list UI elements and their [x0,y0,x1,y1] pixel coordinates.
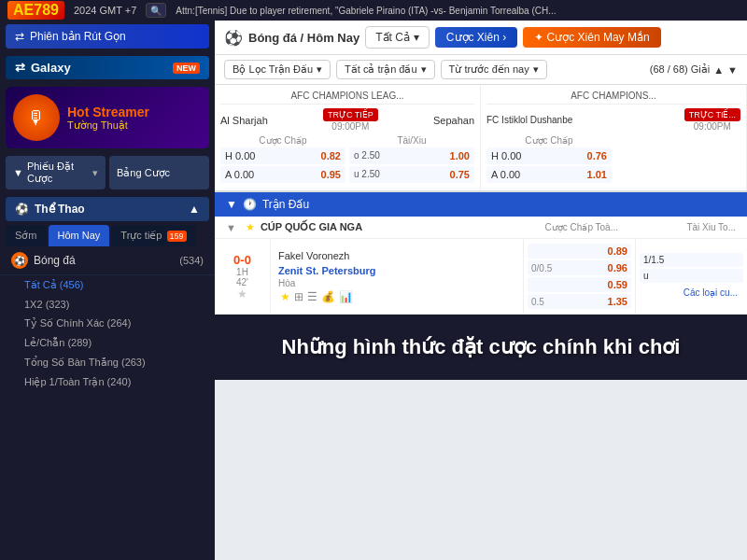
tat-ca-tran-dau-dropdown[interactable]: Tất cả trận đầu ▾ [336,60,435,79]
giai-count-nav: (68 / 68) Giải ▲ ▼ [650,63,738,76]
tab-hom-nay[interactable]: Hôm Nay [49,225,110,246]
card-0-tai-row-1[interactable]: u 2.50 0.75 [349,166,474,183]
sub-tong-so-label: Tổng Số Bàn Thắng [24,357,119,368]
card-1-chap-side-0: H 0.00 [491,150,521,161]
odds-price-1: 0.96 [608,262,627,273]
refresh-icon: ⇄ [15,30,24,43]
tran-dau-label: Trận Đấu [262,198,309,211]
chevron-down-icon: ▾ [92,167,98,179]
chart-action-icon[interactable]: 📊 [339,290,353,303]
live-count-badge: 159 [167,231,187,242]
logo[interactable]: AE789 [7,1,64,20]
cac-loai-link[interactable]: Các loại cu... [680,286,741,300]
down-icon[interactable]: ▼ [727,64,738,76]
clock-icon: 🕐 [243,198,257,211]
odds-handicap-3: 0.5 [531,297,544,307]
search-box[interactable]: 🔍 [146,3,166,18]
card-1-chap-row-1[interactable]: A 0.00 1.01 [486,166,612,183]
bang-cuoc-button[interactable]: Bảng Cược [109,156,209,189]
card-1-live: TRỰC TIẾ... 09:00PM [684,108,740,132]
tab-truc-tiep-label: Trực tiếp [120,230,162,241]
card-0-chap-row-1[interactable]: A 0.00 0.95 [220,166,345,183]
coin-action-icon[interactable]: 💰 [321,290,335,303]
cuoc-xien-label: Cược Xiên [446,31,500,44]
grid-action-icon[interactable]: ⊞ [294,290,303,303]
tai-row-1[interactable]: u [640,269,743,283]
content-area: ⚽ Bóng đá / Hôm Nay Tất Cả ▾ Cược Xiên ›… [215,21,747,560]
odds-price-3: 1.35 [608,296,627,307]
tab-truc-tiep[interactable]: Trực tiếp 159 [111,225,195,246]
match-actions: ★ ⊞ ☰ 💰 📊 [278,288,515,305]
tab-hom-nay-label: Hôm Nay [58,230,101,241]
phien-ban-button[interactable]: ⇄ Phiên bản Rút Gọn [6,24,209,49]
sub-item-1x2[interactable]: 1X2 (323) [13,295,215,314]
card-0-tai-val-0: 1.00 [450,150,470,161]
cup-star-icon[interactable]: ★ [246,221,255,233]
match-time: 1H [236,267,248,277]
tran-dau-header[interactable]: ▼ 🕐 Trận Đấu [215,192,747,217]
phien-ban-label: Phiên bản Rút Gọn [30,30,126,43]
sub-item-ty-so[interactable]: Tỷ Số Chính Xác (264) [13,314,215,333]
card-1-chap-row-0[interactable]: H 0.00 0.76 [486,147,612,164]
phieu-dat-cuoc-button[interactable]: ▼ Phiếu Đặt Cược ▾ [6,156,106,189]
star-action-icon[interactable]: ★ [280,290,290,303]
chevron-up-icon: ▲ [189,203,200,216]
sub-item-tong-so[interactable]: Tổng Số Bàn Thắng (263) [13,353,215,372]
sidebar-item-bong-da[interactable]: ⚽ Bóng đá (534) [0,246,215,275]
tat-ca-dropdown[interactable]: Tất Cả ▾ [365,26,430,49]
soccer-sidebar-icon: ⚽ [15,203,29,216]
sub-item-le-chan[interactable]: Lẻ/Chẵn (289) [13,333,215,353]
hot-banner-image: 🎙 [13,94,60,141]
the-thao-section[interactable]: ⚽ Thể Thao ▲ [6,197,209,221]
bo-loc-tran-dau-dropdown[interactable]: Bộ Lọc Trận Đấu ▾ [224,60,331,79]
cuoc-may-man-button[interactable]: ✦ Cược Xiên May Mắn [523,27,660,48]
card-0-tai-xiu-label: Tài/Xiu [349,135,474,146]
sub-tat-ca-count: (456) [60,279,84,290]
galaxy-bar[interactable]: ⇄ Galaxy NEW [6,56,209,79]
tran-dau-chevron-icon: ▼ [226,198,237,211]
tab-som[interactable]: Sớm [6,225,47,246]
bet-row: ▼ Phiếu Đặt Cược ▾ Bảng Cược [6,156,209,189]
team1-name: Fakel Voronezh [278,248,515,263]
card-1-cuoc-chap: Cược Chấp H 0.00 0.76 A 0.00 1.01 [486,135,612,185]
card-1-odds: Cược Chấp H 0.00 0.76 A 0.00 1.01 [486,135,740,185]
match-score: 0-0 [233,253,251,267]
cup-chevron-icon[interactable]: ▼ [226,222,236,233]
sub-tong-so-count: (263) [121,357,146,368]
card-0-live: TRỰC TIẾP 09:00PM [323,108,378,132]
tu-truoc-den-nay-dropdown[interactable]: Từ trước đến nay ▾ [441,60,547,79]
card-0-tai-row-0[interactable]: o 2.50 1.00 [349,147,474,164]
cup-name-label: CÚP QUỐC GIA NGA [261,221,500,233]
sidebar: ⇄ Phiên bản Rút Gọn ⇄ Galaxy NEW 🎙 Hot S… [0,21,215,560]
match-odds-col: 0.89 0/0.5 0.96 0.59 0.5 1.35 [523,239,635,314]
tai-label-1: u [643,271,649,281]
card-1-chap-num-1: 1.01 [587,169,607,180]
cac-loai-row: Các loại cu... [640,284,743,301]
sub-hiep1-count: (240) [107,376,132,387]
odds-row-1[interactable]: 0/0.5 0.96 [528,260,631,275]
card-0-chap-row-0[interactable]: H 0.00 0.82 [220,147,345,164]
bet-icon: ▼ [13,167,23,178]
up-icon[interactable]: ▲ [713,64,724,76]
tuong-thuat-label: Tường Thuật [67,119,149,132]
main-layout: ⇄ Phiên bản Rút Gọn ⇄ Galaxy NEW 🎙 Hot S… [0,21,747,560]
tat-ca-label: Tất Cả [375,31,410,44]
odds-row-2[interactable]: 0.59 [528,277,631,292]
tai-row-0[interactable]: 1/1.5 [640,253,743,267]
cuoc-xien-button[interactable]: Cược Xiên › [435,27,517,48]
bang-cuoc-label: Bảng Cược [117,167,170,179]
card-0-tai-xiu: Tài/Xiu o 2.50 1.00 u 2.50 0.75 [349,135,474,185]
search-icon: 🔍 [150,6,162,16]
sub-item-tat-ca[interactable]: Tất Cả (456) [13,275,215,295]
odds-price-2: 0.59 [608,279,627,290]
odds-row-3[interactable]: 0.5 1.35 [528,294,631,309]
list-action-icon[interactable]: ☰ [307,290,317,303]
filter-row: Bộ Lọc Trận Đấu ▾ Tất cả trận đầu ▾ Từ t… [215,55,747,85]
sub-item-hiep1[interactable]: Hiệp 1/Toàn Trận (240) [13,372,215,392]
logo-ae: AE [13,2,34,19]
odds-row-0[interactable]: 0.89 [528,244,631,259]
sub-hiep1-label: Hiệp 1/Toàn Trận [24,376,105,387]
match-star-icon[interactable]: ★ [237,287,247,301]
card-0-tai-val-1: 0.75 [450,169,470,180]
card-0-chap-num-0: 0.82 [321,150,341,161]
